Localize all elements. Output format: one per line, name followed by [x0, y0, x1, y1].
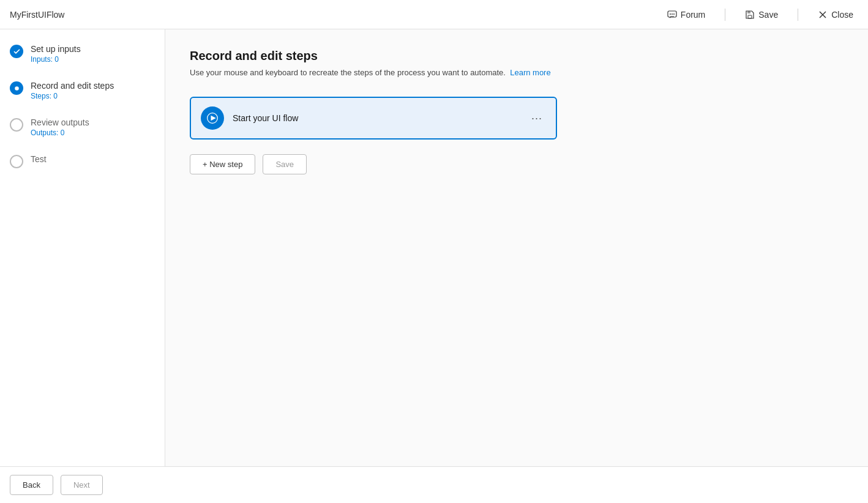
forum-icon	[667, 10, 677, 20]
sidebar-step-review-outputs: Review outputs Outputs: 0	[10, 117, 155, 137]
play-icon-circle	[201, 106, 224, 130]
svg-point-8	[15, 86, 19, 91]
new-step-button[interactable]: + New step	[190, 154, 255, 174]
step-subtitle-record-edit: Steps: 0	[31, 92, 114, 100]
sidebar: Set up inputs Inputs: 0 Record and edit …	[0, 29, 165, 466]
svg-rect-4	[748, 15, 752, 18]
step-info-test: Test	[31, 154, 47, 164]
step-subtitle-set-up-inputs: Inputs: 0	[31, 55, 81, 64]
play-icon	[206, 112, 219, 124]
step-info-record-edit: Record and edit steps Steps: 0	[31, 81, 114, 100]
topbar-divider	[725, 9, 725, 21]
topbar: MyFirstUIFlow Forum Save Close	[0, 0, 868, 29]
step-indicator-inactive-test	[10, 155, 23, 168]
step-title-record-edit: Record and edit steps	[31, 81, 114, 91]
start-ui-flow-label: Start your UI flow	[233, 113, 519, 123]
step-indicator-completed	[10, 45, 23, 58]
step-card-more-button[interactable]: ···	[528, 110, 546, 127]
action-row: + New step Save	[190, 154, 844, 174]
main-layout: Set up inputs Inputs: 0 Record and edit …	[0, 29, 868, 466]
save-step-button: Save	[263, 154, 307, 174]
step-title-set-up-inputs: Set up inputs	[31, 44, 81, 54]
step-indicator-active	[10, 81, 23, 95]
save-label: Save	[758, 10, 778, 20]
forum-button[interactable]: Forum	[662, 7, 710, 22]
bottom-bar: Back Next	[0, 466, 868, 503]
start-ui-flow-card[interactable]: Start your UI flow ···	[190, 97, 557, 140]
next-button: Next	[61, 475, 103, 495]
step-info-set-up-inputs: Set up inputs Inputs: 0	[31, 44, 81, 64]
save-icon	[745, 10, 755, 20]
step-info-review-outputs: Review outputs Outputs: 0	[31, 117, 89, 137]
learn-more-link[interactable]: Learn more	[510, 68, 550, 77]
page-title: Record and edit steps	[190, 49, 844, 63]
svg-point-3	[673, 13, 675, 15]
save-button[interactable]: Save	[740, 7, 783, 22]
topbar-divider-2	[798, 9, 798, 21]
forum-label: Forum	[681, 10, 705, 20]
svg-point-1	[670, 13, 671, 15]
svg-point-2	[672, 13, 673, 15]
active-dot-icon	[13, 84, 21, 92]
step-title-test: Test	[31, 154, 47, 164]
close-button[interactable]: Close	[813, 7, 858, 22]
back-button[interactable]: Back	[10, 475, 53, 495]
step-title-review-outputs: Review outputs	[31, 117, 89, 127]
svg-marker-10	[211, 116, 216, 121]
checkmark-icon	[13, 48, 21, 56]
step-subtitle-review-outputs: Outputs: 0	[31, 129, 89, 137]
sidebar-step-set-up-inputs[interactable]: Set up inputs Inputs: 0	[10, 44, 155, 64]
close-icon	[818, 10, 828, 20]
app-name: MyFirstUIFlow	[10, 10, 64, 20]
sidebar-step-record-edit[interactable]: Record and edit steps Steps: 0	[10, 81, 155, 100]
svg-rect-5	[747, 11, 750, 13]
content-area: Record and edit steps Use your mouse and…	[165, 29, 868, 466]
page-description: Use your mouse and keyboard to recreate …	[190, 68, 844, 77]
sidebar-step-test: Test	[10, 154, 155, 168]
step-indicator-inactive-review	[10, 118, 23, 132]
close-label: Close	[831, 10, 853, 20]
